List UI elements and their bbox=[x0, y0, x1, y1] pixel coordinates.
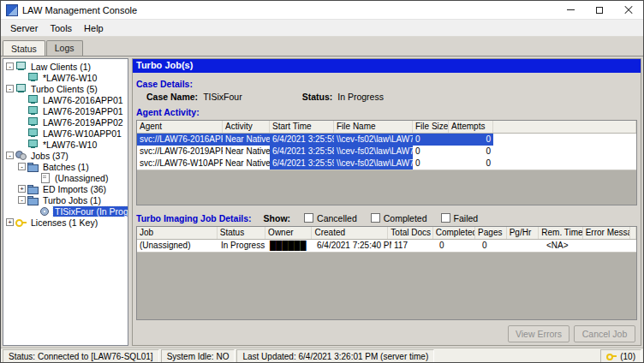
col-header-pages[interactable]: Pages bbox=[475, 227, 507, 239]
expander-icon[interactable]: + bbox=[6, 218, 14, 226]
cancelled-checkbox[interactable] bbox=[304, 213, 313, 223]
show-label: Show: bbox=[264, 213, 291, 223]
col-header-job[interactable]: Job bbox=[137, 227, 218, 239]
license-count-value: (10) bbox=[620, 352, 635, 361]
expander-icon[interactable]: - bbox=[18, 196, 26, 204]
expander-icon[interactable]: + bbox=[18, 185, 26, 193]
row-filler bbox=[493, 146, 636, 158]
col-header-file-size[interactable]: File Size bbox=[413, 121, 449, 133]
view-errors-button[interactable]: View Errors bbox=[508, 325, 569, 342]
col-header-file-name[interactable]: File Name bbox=[334, 121, 413, 133]
tab-status[interactable]: Status bbox=[3, 40, 45, 57]
close-button[interactable] bbox=[614, 1, 643, 19]
job-details-header-row: Turbo Imaging Job Details: Show: Cancell… bbox=[136, 212, 637, 223]
col-header-created[interactable]: Created bbox=[312, 227, 388, 239]
expander-icon[interactable]: - bbox=[6, 85, 14, 92]
col-header-status[interactable]: Status bbox=[218, 227, 265, 239]
table-empty-area bbox=[137, 252, 636, 319]
monitor-icon bbox=[27, 73, 39, 82]
minimize-button[interactable] bbox=[556, 1, 585, 19]
col-header-owner[interactable]: Owner bbox=[265, 227, 312, 239]
panel-title: Turbo Job(s) bbox=[133, 59, 641, 73]
tree-item-label: *LAW76-W10 bbox=[41, 73, 98, 83]
tree-item-licenses[interactable]: + Licenses (1 Key) bbox=[3, 217, 128, 228]
col-header-pg-hr[interactable]: Pg/Hr bbox=[507, 227, 540, 239]
maximize-icon bbox=[596, 7, 603, 14]
tree-item-law76-2019app01[interactable]: LAW76-2019APP01 bbox=[3, 105, 128, 116]
completed-checkbox[interactable] bbox=[371, 213, 380, 223]
monitor-icon bbox=[27, 117, 39, 127]
menu-tools[interactable]: Tools bbox=[44, 21, 78, 35]
col-header-completed[interactable]: Completed bbox=[433, 227, 475, 239]
menu-server[interactable]: Server bbox=[4, 21, 44, 35]
agent-cell: svc://LAW76-2019APP02:2 bbox=[137, 146, 223, 158]
error-message-cell bbox=[588, 240, 636, 252]
tree-item-label: LAW76-2019APP01 bbox=[41, 106, 125, 116]
tree-item-law-clients[interactable]: - Law Clients (1) bbox=[3, 61, 128, 72]
col-header-total-docs[interactable]: Total Docs bbox=[388, 227, 432, 239]
col-header-filler bbox=[630, 227, 636, 239]
job-row[interactable]: (Unassigned) In Progress ██████ 6/4/2021… bbox=[137, 240, 636, 252]
action-buttons: View Errors Cancel Job bbox=[136, 325, 637, 342]
main-area: - Law Clients (1) *LAW76-W10 - Turbo Cli… bbox=[1, 56, 643, 348]
start-time-cell: 6/4/2021 3:25:59 PM bbox=[270, 134, 334, 146]
failed-checkbox[interactable] bbox=[441, 213, 450, 223]
expander-icon[interactable]: - bbox=[6, 152, 14, 159]
agent-row[interactable]: svc://LAW76-W10APP01:2 Near Native Im 6/… bbox=[137, 158, 636, 170]
job-table-header: Job Status Owner Created Total Docs Comp… bbox=[137, 227, 636, 240]
tree-item-label: ED Imports (36) bbox=[41, 184, 108, 194]
tree-item-law76-w10app01[interactable]: LAW76-W10APP01 bbox=[3, 128, 128, 139]
app-icon bbox=[6, 4, 18, 16]
agent-cell: svc://LAW76-W10APP01:2 bbox=[137, 158, 223, 170]
tree-item-law76-w10[interactable]: *LAW76-W10 bbox=[3, 72, 128, 83]
menu-bar: Server Tools Help bbox=[1, 20, 643, 37]
tree-item-law76-2019app02[interactable]: LAW76-2019APP02 bbox=[3, 116, 128, 128]
license-count-segment: (10) bbox=[600, 349, 641, 363]
agent-activity-table: Agent Activity Start Time File Name File… bbox=[136, 120, 637, 205]
col-header-rem-time[interactable]: Rem. Time bbox=[539, 227, 582, 239]
col-header-error-message[interactable]: Error Message bbox=[583, 227, 630, 239]
agent-row[interactable]: svc://LAW76-2019APP02:2 Near Native Im 6… bbox=[137, 146, 636, 158]
col-header-activity[interactable]: Activity bbox=[223, 121, 270, 133]
server-icon bbox=[15, 62, 27, 71]
expander-icon[interactable]: - bbox=[6, 62, 14, 70]
agent-row-selected[interactable]: svc://LAW76-2016APP01:2 Near Native Im 6… bbox=[137, 134, 636, 146]
tree-item-turbo-clients[interactable]: - Turbo Clients (5) bbox=[3, 83, 128, 94]
monitor-icon bbox=[27, 106, 39, 116]
tree-item-law76-2016app01[interactable]: LAW76-2016APP01 bbox=[3, 94, 128, 105]
case-name-label: Case Name: bbox=[146, 92, 198, 102]
completed-cell: 0 bbox=[437, 240, 480, 252]
close-icon bbox=[624, 6, 633, 15]
total-docs-cell: 117 bbox=[391, 240, 437, 252]
filter-failed[interactable]: Failed bbox=[441, 213, 479, 223]
row-filler bbox=[493, 158, 636, 170]
case-name-value: TISixFour bbox=[203, 92, 242, 102]
filter-completed[interactable]: Completed bbox=[371, 213, 427, 223]
tree-item-label: Batches (1) bbox=[41, 162, 91, 172]
col-header-attempts[interactable]: Attempts bbox=[449, 121, 493, 133]
cancel-job-button[interactable]: Cancel Job bbox=[574, 325, 635, 342]
tree-item-batches[interactable]: - Batches (1) bbox=[3, 161, 128, 172]
tree-item-turbo-jobs[interactable]: - Turbo Jobs (1) bbox=[3, 194, 128, 205]
col-header-agent[interactable]: Agent bbox=[137, 121, 223, 133]
tree-item-label: Turbo Jobs (1) bbox=[41, 195, 103, 205]
minimize-icon bbox=[567, 9, 575, 10]
expander-icon[interactable]: - bbox=[18, 163, 26, 170]
tree-item-ed-imports[interactable]: + ED Imports (36) bbox=[3, 183, 128, 194]
maximize-button[interactable] bbox=[585, 1, 614, 19]
status-cell: In Progress bbox=[218, 240, 267, 252]
file-size-cell: 0 bbox=[413, 146, 449, 158]
tree-item-tisixfour[interactable]: TISixFour (In Progress) bbox=[3, 205, 128, 217]
job-cell: (Unassigned) bbox=[137, 240, 218, 252]
filter-cancelled[interactable]: Cancelled bbox=[304, 213, 357, 223]
gear-icon bbox=[39, 206, 51, 216]
tree-item-jobs[interactable]: - Jobs (37) bbox=[3, 150, 128, 161]
start-time-cell: 6/4/2021 3:25:59 PM bbox=[270, 158, 334, 170]
menu-help[interactable]: Help bbox=[78, 21, 110, 35]
failed-label: Failed bbox=[454, 213, 479, 223]
col-header-start-time[interactable]: Start Time bbox=[270, 121, 334, 133]
tree-item-unassigned[interactable]: (Unassigned) bbox=[3, 172, 128, 183]
tree-item-label: *LAW76-W10 bbox=[41, 140, 98, 150]
tab-logs[interactable]: Logs bbox=[46, 40, 83, 56]
tree-item-law76-w10-turbo[interactable]: *LAW76-W10 bbox=[3, 139, 128, 150]
